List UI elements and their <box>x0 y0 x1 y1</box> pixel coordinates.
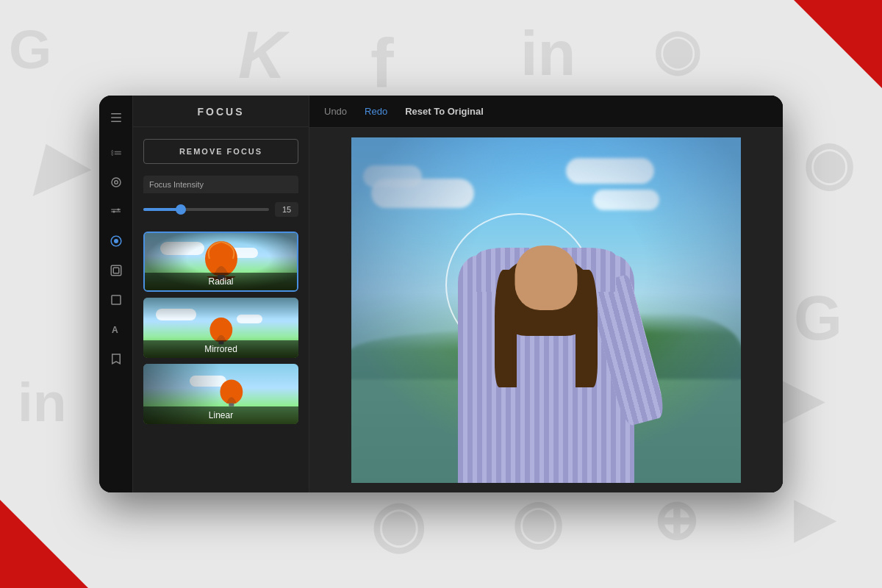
left-panel: FOCUS REMOVE FOCUS Focus Intensity 15 <box>133 96 309 492</box>
svg-rect-10 <box>113 268 119 273</box>
sidebar-focus-icon[interactable] <box>103 228 129 254</box>
red-corner-bottom-left <box>0 500 88 588</box>
person-face <box>515 245 578 310</box>
sidebar-frame-icon[interactable] <box>103 257 129 284</box>
sidebar-color-icon[interactable] <box>103 169 129 196</box>
filter-radial[interactable]: Radial <box>143 232 298 292</box>
reset-button[interactable]: Reset To Original <box>405 106 484 117</box>
sidebar-crop-icon[interactable] <box>103 287 129 313</box>
toolbar: Undo Redo Reset To Original <box>309 96 783 128</box>
sidebar-adjust-icon[interactable] <box>103 140 129 166</box>
remove-focus-button[interactable]: REMOVE FOCUS <box>143 139 298 164</box>
bg-facebook-icon: f <box>370 24 394 104</box>
bg-pinterest-icon: ⊕ <box>653 488 699 553</box>
slider-row: 15 <box>143 199 298 220</box>
bg-instagram2-icon: ◉ <box>803 129 854 198</box>
filter-mirrored-label: Mirrored <box>143 340 298 358</box>
canvas-area[interactable]: ✛ <box>309 128 783 492</box>
svg-rect-1 <box>111 117 121 118</box>
bg-youtube2-icon: ▶ <box>776 365 822 433</box>
svg-rect-2 <box>111 121 121 123</box>
sidebar-settings-icon[interactable] <box>103 198 129 225</box>
filter-list: Radial <box>143 232 298 424</box>
redo-button[interactable]: Redo <box>365 106 387 117</box>
bg-instagram3-icon: ◉ <box>370 488 425 561</box>
bg-google2-icon: G <box>794 282 842 354</box>
intensity-value: 15 <box>275 202 298 217</box>
main-area: Undo Redo Reset To Original <box>309 96 783 492</box>
filter-mirrored[interactable]: Mirrored <box>143 298 298 358</box>
slider-thumb[interactable] <box>176 204 186 215</box>
intensity-label: Focus Intensity <box>143 176 298 193</box>
intensity-slider-track[interactable] <box>143 208 269 211</box>
person-hair-right <box>576 270 598 387</box>
person-hair-left <box>495 270 517 387</box>
filter-linear[interactable]: Linear <box>143 364 298 424</box>
bg-youtube-icon: ▶ <box>35 129 83 202</box>
filter-linear-label: Linear <box>143 406 298 424</box>
sidebar-menu-icon[interactable] <box>103 104 129 131</box>
svg-text:A: A <box>112 325 118 335</box>
bg-snapchat-icon: ◉ <box>512 488 563 556</box>
intensity-section: Focus Intensity 15 <box>143 176 298 220</box>
icon-sidebar: A <box>99 96 133 492</box>
svg-rect-9 <box>111 265 121 276</box>
panel-content: REMOVE FOCUS Focus Intensity 15 <box>133 127 309 492</box>
bg-linkedin-icon: in <box>18 370 67 434</box>
sidebar-text-icon[interactable]: A <box>103 316 129 343</box>
bg-g-icon: G <box>9 18 51 81</box>
photo-frame: ✛ <box>351 137 741 483</box>
bg-k-icon: K <box>238 18 286 93</box>
svg-point-3 <box>112 178 121 187</box>
app-container: A FOCUS REMOVE FOCUS Focus Intensity 15 <box>99 96 783 492</box>
red-corner-top-right <box>794 0 882 88</box>
svg-point-4 <box>114 181 118 184</box>
filter-radial-label: Radial <box>145 273 297 290</box>
bg-instagram-icon: ◉ <box>653 18 700 82</box>
bg-linkedin2-icon: in <box>520 18 576 90</box>
undo-button[interactable]: Undo <box>324 106 347 117</box>
bg-youtube3-icon: ▶ <box>794 488 833 548</box>
svg-rect-0 <box>111 113 121 115</box>
panel-title: FOCUS <box>133 96 309 127</box>
svg-rect-11 <box>112 295 121 304</box>
sidebar-bookmark-icon[interactable] <box>103 345 129 372</box>
